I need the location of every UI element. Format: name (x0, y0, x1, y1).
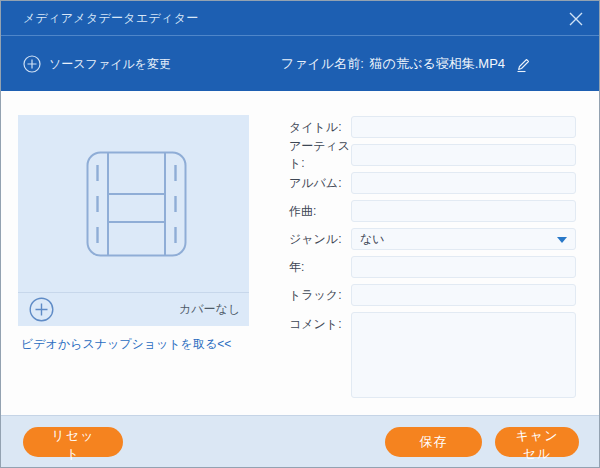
year-input[interactable] (351, 256, 576, 278)
snapshot-link[interactable]: ビデオからスナップショットを取る<< (21, 336, 231, 353)
window-title: メディアメタデータエディター (23, 10, 199, 27)
no-cover-label: カバーなし (179, 301, 240, 318)
file-name-group: ファイル名前: 猫の荒ぶる寝相集.MP4 (281, 36, 532, 92)
close-icon (569, 12, 583, 26)
form-row-album: アルバム: (289, 172, 576, 194)
title-label: タイトル: (289, 119, 351, 136)
composer-input[interactable] (351, 200, 576, 222)
content-area: カバーなし ビデオからスナップショットを取る<< タイトル: アーティスト: ア… (1, 91, 599, 416)
artist-input[interactable] (351, 144, 576, 166)
chevron-down-icon (557, 237, 567, 243)
close-button[interactable] (565, 8, 587, 30)
form-row-title: タイトル: (289, 116, 576, 138)
form-row-artist: アーティスト: (289, 144, 576, 166)
genre-label: ジャンル: (289, 231, 351, 248)
edit-pencil-icon[interactable] (515, 56, 532, 73)
year-label: 年: (289, 259, 351, 276)
artist-label: アーティスト: (289, 138, 351, 172)
form-row-track: トラック: (289, 284, 576, 306)
genre-selected-value: ない (360, 231, 385, 248)
form-row-year: 年: (289, 256, 576, 278)
composer-label: 作曲: (289, 203, 351, 220)
file-name-value: 猫の荒ぶる寝相集.MP4 (370, 55, 505, 73)
footer-right-buttons: 保存 キャンセル (385, 427, 579, 457)
plus-circle-icon (23, 55, 41, 73)
genre-select[interactable]: ない (351, 228, 576, 250)
cover-panel: カバーなし (18, 115, 249, 326)
album-input[interactable] (351, 172, 576, 194)
file-name-label: ファイル名前: (281, 55, 364, 73)
comment-label: コメント: (289, 312, 351, 333)
add-cover-button[interactable] (29, 297, 54, 322)
cancel-button[interactable]: キャンセル (495, 427, 579, 457)
title-bar: メディアメタデータエディター (1, 1, 599, 35)
form-row-genre: ジャンル: ない (289, 228, 576, 250)
cover-bottom-bar: カバーなし (18, 292, 249, 326)
track-input[interactable] (351, 284, 576, 306)
title-input[interactable] (351, 116, 576, 138)
reset-button[interactable]: リセット (23, 427, 123, 457)
metadata-editor-window: メディアメタデータエディター ソースファイルを変更 ファイル名前: 猫の荒ぶる寝… (0, 0, 600, 468)
film-strip-icon (86, 151, 187, 257)
track-label: トラック: (289, 287, 351, 304)
comment-textarea[interactable] (351, 312, 576, 398)
form-row-composer: 作曲: (289, 200, 576, 222)
footer-bar: リセット 保存 キャンセル (1, 415, 599, 467)
save-button[interactable]: 保存 (385, 427, 482, 457)
album-label: アルバム: (289, 175, 351, 192)
change-source-label: ソースファイルを変更 (49, 56, 171, 73)
change-source-button[interactable]: ソースファイルを変更 (23, 36, 171, 92)
toolbar: ソースファイルを変更 ファイル名前: 猫の荒ぶる寝相集.MP4 (1, 35, 599, 91)
form-row-comment: コメント: (289, 312, 576, 398)
